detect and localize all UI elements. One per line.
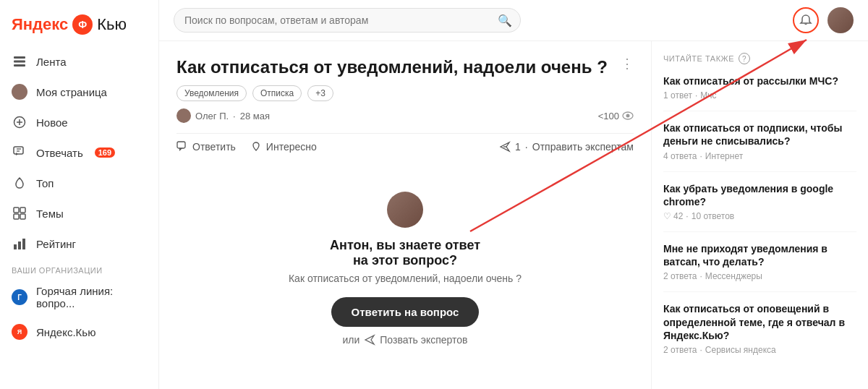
new-icon xyxy=(12,114,27,130)
svg-rect-11 xyxy=(14,214,19,219)
svg-rect-14 xyxy=(18,241,21,249)
related-meta-1: 4 ответа · Интернет xyxy=(663,151,856,161)
related-meta-4: 2 ответа · Сервисы яндекса xyxy=(663,345,856,355)
related-item-2: Как убрать уведомления в google chrome? … xyxy=(663,182,856,232)
svg-rect-6 xyxy=(14,147,23,154)
question-meta: Олег П. · 28 мая <100 xyxy=(176,108,634,123)
svg-rect-9 xyxy=(14,208,19,213)
right-sidebar: ЧИТАЙТЕ ТАКЖЕ ? Как отписаться от рассыл… xyxy=(651,41,868,389)
user-icon xyxy=(12,84,27,100)
question-actions: Ответить Интересно 1 · Отправить эксперт… xyxy=(176,133,634,160)
send-experts-button[interactable]: 1 · Отправить экспертам xyxy=(499,141,634,153)
search-bar: 🔍 xyxy=(174,8,521,33)
svg-point-17 xyxy=(626,114,630,118)
answer-prompt: Антон, вы знаете ответ на этот вопрос? К… xyxy=(176,177,634,360)
answer-question-button[interactable]: Ответить на вопрос xyxy=(331,297,480,327)
main-area: 🔍 Как отписаться от уведомлений, надоели… xyxy=(159,0,868,389)
org-section-label: ВАШИ ОРГАНИЗАЦИИ xyxy=(0,259,158,278)
question-title: Как отписаться от уведомлений, надоели о… xyxy=(176,56,608,78)
related-title-2[interactable]: Как убрать уведомления в google chrome? xyxy=(663,182,856,208)
search-icon: 🔍 xyxy=(498,14,512,27)
main-nav: Лента Моя страница Новое Отвечать 169 xyxy=(0,46,158,259)
related-title-1[interactable]: Как отписаться от подписки, чтобы деньги… xyxy=(663,121,856,148)
sidebar-item-hotline[interactable]: Г Горячая линия: вопро... xyxy=(0,278,158,317)
themes-icon xyxy=(12,205,27,221)
sidebar-label-feed: Лента xyxy=(36,56,67,68)
sidebar-item-new[interactable]: Новое xyxy=(0,107,158,137)
read-also-header: ЧИТАЙТЕ ТАКЖЕ ? xyxy=(663,53,856,64)
interesting-button[interactable]: Интересно xyxy=(250,141,317,153)
svg-rect-2 xyxy=(14,64,25,67)
views-count: <100 xyxy=(598,111,634,121)
top-right-actions xyxy=(793,7,854,33)
rating-icon xyxy=(12,236,27,252)
question-menu-button[interactable]: ⋮ xyxy=(621,56,634,72)
tag-unsubscribe[interactable]: Отписка xyxy=(252,85,302,101)
prompt-title: Антон, вы знаете ответ на этот вопрос? xyxy=(330,238,480,268)
sidebar: Яндекс Ф Кью Лента Моя страница xyxy=(0,0,159,389)
sidebar-label-mypage: Моя страница xyxy=(36,86,107,98)
question-date: 28 мая xyxy=(240,111,270,121)
svg-rect-12 xyxy=(20,214,25,219)
answer-badge: 169 xyxy=(95,148,115,158)
prompt-avatar xyxy=(387,192,423,228)
question-tags: Уведомления Отписка +3 xyxy=(176,85,634,101)
sidebar-item-themes[interactable]: Темы xyxy=(0,198,158,228)
sidebar-item-answer[interactable]: Отвечать 169 xyxy=(0,137,158,168)
related-item-0: Как отписаться от рассылки МЧС? 1 ответ … xyxy=(663,74,856,111)
sidebar-label-new: Новое xyxy=(36,116,68,129)
help-icon[interactable]: ? xyxy=(739,53,750,64)
sidebar-label-themes: Темы xyxy=(36,208,64,220)
related-item-4: Как отписаться от оповещений в определен… xyxy=(663,302,856,365)
sidebar-label-rating: Рейтинг xyxy=(36,238,76,250)
top-bar: 🔍 xyxy=(159,0,868,41)
question-panel: Как отписаться от уведомлений, надоели о… xyxy=(159,41,651,389)
sidebar-label-hotline: Горячая линия: вопро... xyxy=(36,285,147,309)
svg-rect-18 xyxy=(177,142,185,148)
svg-rect-1 xyxy=(14,61,25,63)
svg-rect-0 xyxy=(14,56,25,59)
logo-icon: Ф xyxy=(72,14,93,35)
bell-button[interactable] xyxy=(793,7,819,33)
logo: Яндекс Ф Кью xyxy=(0,9,158,46)
likes-count-2: ♡ 42 xyxy=(663,211,683,221)
answer-icon xyxy=(12,145,27,161)
tag-more[interactable]: +3 xyxy=(307,85,333,101)
author-avatar xyxy=(176,108,191,123)
sidebar-label-top: Топ xyxy=(36,177,54,189)
top-icon xyxy=(12,175,27,191)
sidebar-item-yandex-kyu[interactable]: Я Яндекс.Кью xyxy=(0,317,158,347)
svg-rect-15 xyxy=(22,239,25,249)
sidebar-label-answer: Отвечать xyxy=(36,147,83,159)
feed-icon xyxy=(12,54,27,69)
related-title-3[interactable]: Мне не приходят уведомления в ватсап, чт… xyxy=(663,242,856,268)
sidebar-label-yandex-kyu: Яндекс.Кью xyxy=(36,326,95,338)
related-meta-0: 1 ответ · Мчс xyxy=(663,90,856,101)
prompt-question-text: Как отписаться от уведомлений, надоели о… xyxy=(289,273,522,284)
svg-rect-10 xyxy=(20,208,25,213)
org2-icon: Я xyxy=(12,324,27,340)
product-name: Кью xyxy=(97,15,127,34)
related-meta-3: 2 ответа · Мессенджеры xyxy=(663,271,856,281)
related-item-3: Мне не приходят уведомления в ватсап, чт… xyxy=(663,242,856,292)
related-title-0[interactable]: Как отписаться от рассылки МЧС? xyxy=(663,74,856,87)
related-meta-2: ♡ 42 · 10 ответов xyxy=(663,211,856,221)
author-name[interactable]: Олег П. xyxy=(195,111,229,121)
related-title-4[interactable]: Как отписаться от оповещений в определен… xyxy=(663,302,856,342)
svg-rect-13 xyxy=(14,244,17,249)
related-item-1: Как отписаться от подписки, чтобы деньги… xyxy=(663,121,856,171)
sidebar-item-top[interactable]: Топ xyxy=(0,168,158,198)
tag-notifications[interactable]: Уведомления xyxy=(176,85,247,101)
content-area: Как отписаться от уведомлений, надоели о… xyxy=(159,41,868,389)
sidebar-item-mypage[interactable]: Моя страница xyxy=(0,77,158,107)
user-avatar[interactable] xyxy=(827,7,854,33)
search-input[interactable] xyxy=(174,8,521,33)
call-experts-link[interactable]: или Позвать экспертов xyxy=(342,334,467,346)
reply-button[interactable]: Ответить xyxy=(176,141,236,153)
sidebar-item-rating[interactable]: Рейтинг xyxy=(0,228,158,259)
org1-icon: Г xyxy=(12,289,27,305)
sidebar-item-feed[interactable]: Лента xyxy=(0,46,158,77)
brand-text: Яндекс xyxy=(12,15,68,34)
